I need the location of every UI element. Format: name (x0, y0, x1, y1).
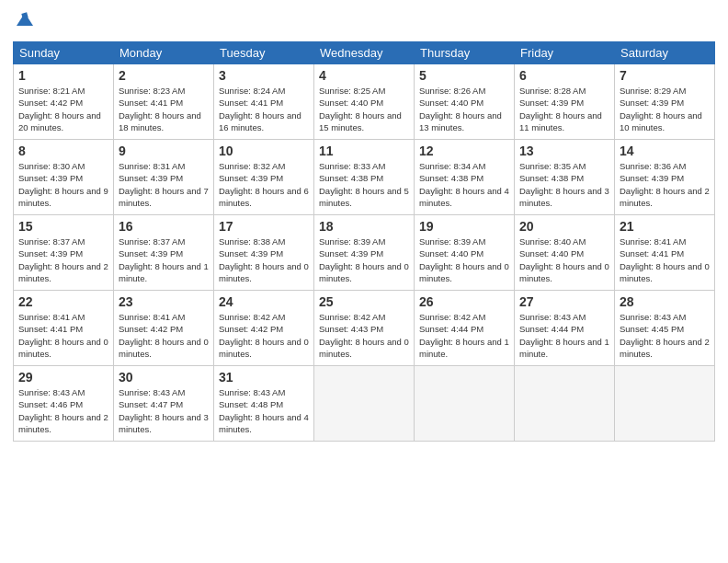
day-header-saturday: Saturday (615, 42, 715, 64)
day-info: Sunrise: 8:24 AM Sunset: 4:41 PM Dayligh… (219, 85, 309, 133)
day-info: Sunrise: 8:32 AM Sunset: 4:39 PM Dayligh… (219, 160, 309, 209)
day-info: Sunrise: 8:34 AM Sunset: 4:38 PM Dayligh… (419, 160, 509, 209)
day-number: 2 (119, 68, 209, 83)
calendar-week-3: 15 Sunrise: 8:37 AM Sunset: 4:39 PM Dayl… (14, 215, 715, 291)
day-number: 5 (419, 68, 509, 83)
day-info: Sunrise: 8:43 AM Sunset: 4:47 PM Dayligh… (119, 386, 209, 435)
day-info: Sunrise: 8:41 AM Sunset: 4:41 PM Dayligh… (620, 236, 710, 284)
day-header-wednesday: Wednesday (314, 42, 415, 64)
day-info: Sunrise: 8:42 AM Sunset: 4:42 PM Dayligh… (219, 311, 309, 360)
day-number: 25 (319, 294, 409, 309)
day-number: 13 (519, 144, 609, 158)
calendar-cell: 11 Sunrise: 8:33 AM Sunset: 4:38 PM Dayl… (314, 140, 415, 215)
calendar-cell: 10 Sunrise: 8:32 AM Sunset: 4:39 PM Dayl… (214, 140, 314, 215)
calendar-cell: 3 Sunrise: 8:24 AM Sunset: 4:41 PM Dayli… (214, 64, 314, 140)
day-number: 20 (519, 219, 609, 234)
calendar-cell: 29 Sunrise: 8:43 AM Sunset: 4:46 PM Dayl… (14, 366, 114, 442)
calendar-cell: 5 Sunrise: 8:26 AM Sunset: 4:40 PM Dayli… (415, 64, 515, 140)
calendar-cell: 13 Sunrise: 8:35 AM Sunset: 4:38 PM Dayl… (515, 140, 615, 215)
day-number: 27 (519, 294, 609, 309)
day-number: 9 (119, 144, 209, 158)
day-number: 12 (419, 144, 509, 158)
day-info: Sunrise: 8:40 AM Sunset: 4:40 PM Dayligh… (519, 236, 609, 284)
day-number: 21 (620, 219, 710, 234)
calendar-cell: 25 Sunrise: 8:42 AM Sunset: 4:43 PM Dayl… (314, 291, 415, 366)
calendar: SundayMondayTuesdayWednesdayThursdayFrid… (13, 41, 715, 442)
day-info: Sunrise: 8:29 AM Sunset: 4:39 PM Dayligh… (620, 85, 710, 133)
day-info: Sunrise: 8:37 AM Sunset: 4:39 PM Dayligh… (119, 236, 209, 284)
calendar-cell: 18 Sunrise: 8:39 AM Sunset: 4:39 PM Dayl… (314, 215, 415, 291)
day-info: Sunrise: 8:41 AM Sunset: 4:42 PM Dayligh… (119, 311, 209, 360)
day-number: 1 (18, 68, 108, 83)
day-header-sunday: Sunday (14, 42, 114, 64)
day-info: Sunrise: 8:38 AM Sunset: 4:39 PM Dayligh… (219, 236, 309, 284)
day-number: 16 (119, 219, 209, 234)
day-info: Sunrise: 8:37 AM Sunset: 4:39 PM Dayligh… (18, 236, 108, 284)
logo-text (13, 9, 35, 34)
calendar-cell (314, 366, 415, 442)
day-info: Sunrise: 8:25 AM Sunset: 4:40 PM Dayligh… (319, 85, 409, 133)
calendar-cell: 14 Sunrise: 8:36 AM Sunset: 4:39 PM Dayl… (615, 140, 715, 215)
day-number: 6 (519, 68, 609, 83)
calendar-cell: 27 Sunrise: 8:43 AM Sunset: 4:44 PM Dayl… (515, 291, 615, 366)
day-number: 17 (219, 219, 309, 234)
day-header-tuesday: Tuesday (214, 42, 314, 64)
calendar-cell: 22 Sunrise: 8:41 AM Sunset: 4:41 PM Dayl… (14, 291, 114, 366)
calendar-week-5: 29 Sunrise: 8:43 AM Sunset: 4:46 PM Dayl… (14, 366, 715, 442)
day-info: Sunrise: 8:36 AM Sunset: 4:39 PM Dayligh… (620, 160, 710, 209)
day-number: 10 (219, 144, 309, 158)
day-info: Sunrise: 8:42 AM Sunset: 4:44 PM Dayligh… (419, 311, 509, 360)
day-number: 30 (119, 370, 209, 385)
day-info: Sunrise: 8:39 AM Sunset: 4:39 PM Dayligh… (319, 236, 409, 284)
day-info: Sunrise: 8:43 AM Sunset: 4:48 PM Dayligh… (219, 386, 309, 435)
calendar-cell: 23 Sunrise: 8:41 AM Sunset: 4:42 PM Dayl… (114, 291, 214, 366)
day-info: Sunrise: 8:28 AM Sunset: 4:39 PM Dayligh… (519, 85, 609, 133)
day-number: 4 (319, 68, 409, 83)
calendar-cell: 28 Sunrise: 8:43 AM Sunset: 4:45 PM Dayl… (615, 291, 715, 366)
calendar-cell: 17 Sunrise: 8:38 AM Sunset: 4:39 PM Dayl… (214, 215, 314, 291)
calendar-cell: 20 Sunrise: 8:40 AM Sunset: 4:40 PM Dayl… (515, 215, 615, 291)
logo-icon (15, 9, 35, 29)
day-number: 26 (419, 294, 509, 309)
day-number: 14 (620, 144, 710, 158)
calendar-cell: 16 Sunrise: 8:37 AM Sunset: 4:39 PM Dayl… (114, 215, 214, 291)
day-info: Sunrise: 8:43 AM Sunset: 4:46 PM Dayligh… (18, 386, 108, 435)
calendar-cell: 21 Sunrise: 8:41 AM Sunset: 4:41 PM Dayl… (615, 215, 715, 291)
day-info: Sunrise: 8:43 AM Sunset: 4:44 PM Dayligh… (519, 311, 609, 360)
calendar-cell: 6 Sunrise: 8:28 AM Sunset: 4:39 PM Dayli… (515, 64, 615, 140)
day-info: Sunrise: 8:26 AM Sunset: 4:40 PM Dayligh… (419, 85, 509, 133)
calendar-cell: 8 Sunrise: 8:30 AM Sunset: 4:39 PM Dayli… (14, 140, 114, 215)
day-number: 28 (620, 294, 710, 309)
calendar-cell: 7 Sunrise: 8:29 AM Sunset: 4:39 PM Dayli… (615, 64, 715, 140)
calendar-week-2: 8 Sunrise: 8:30 AM Sunset: 4:39 PM Dayli… (14, 140, 715, 215)
day-info: Sunrise: 8:41 AM Sunset: 4:41 PM Dayligh… (18, 311, 108, 360)
calendar-cell: 12 Sunrise: 8:34 AM Sunset: 4:38 PM Dayl… (415, 140, 515, 215)
day-header-monday: Monday (114, 42, 214, 64)
day-info: Sunrise: 8:39 AM Sunset: 4:40 PM Dayligh… (419, 236, 509, 284)
day-header-thursday: Thursday (415, 42, 515, 64)
calendar-cell: 24 Sunrise: 8:42 AM Sunset: 4:42 PM Dayl… (214, 291, 314, 366)
calendar-cell: 15 Sunrise: 8:37 AM Sunset: 4:39 PM Dayl… (14, 215, 114, 291)
day-number: 22 (18, 294, 108, 309)
calendar-cell: 1 Sunrise: 8:21 AM Sunset: 4:42 PM Dayli… (14, 64, 114, 140)
page: SundayMondayTuesdayWednesdayThursdayFrid… (0, 0, 728, 563)
day-number: 15 (18, 219, 108, 234)
calendar-cell: 31 Sunrise: 8:43 AM Sunset: 4:48 PM Dayl… (214, 366, 314, 442)
calendar-cell: 2 Sunrise: 8:23 AM Sunset: 4:41 PM Dayli… (114, 64, 214, 140)
calendar-cell: 4 Sunrise: 8:25 AM Sunset: 4:40 PM Dayli… (314, 64, 415, 140)
calendar-week-4: 22 Sunrise: 8:41 AM Sunset: 4:41 PM Dayl… (14, 291, 715, 366)
day-info: Sunrise: 8:43 AM Sunset: 4:45 PM Dayligh… (620, 311, 710, 360)
day-number: 24 (219, 294, 309, 309)
calendar-cell: 26 Sunrise: 8:42 AM Sunset: 4:44 PM Dayl… (415, 291, 515, 366)
day-number: 8 (18, 144, 108, 158)
calendar-week-1: 1 Sunrise: 8:21 AM Sunset: 4:42 PM Dayli… (14, 64, 715, 140)
day-info: Sunrise: 8:42 AM Sunset: 4:43 PM Dayligh… (319, 311, 409, 360)
day-info: Sunrise: 8:33 AM Sunset: 4:38 PM Dayligh… (319, 160, 409, 209)
day-number: 7 (620, 68, 710, 83)
day-number: 19 (419, 219, 509, 234)
day-info: Sunrise: 8:35 AM Sunset: 4:38 PM Dayligh… (519, 160, 609, 209)
day-info: Sunrise: 8:23 AM Sunset: 4:41 PM Dayligh… (119, 85, 209, 133)
calendar-header-row: SundayMondayTuesdayWednesdayThursdayFrid… (14, 42, 715, 64)
calendar-cell (515, 366, 615, 442)
day-info: Sunrise: 8:21 AM Sunset: 4:42 PM Dayligh… (18, 85, 108, 133)
